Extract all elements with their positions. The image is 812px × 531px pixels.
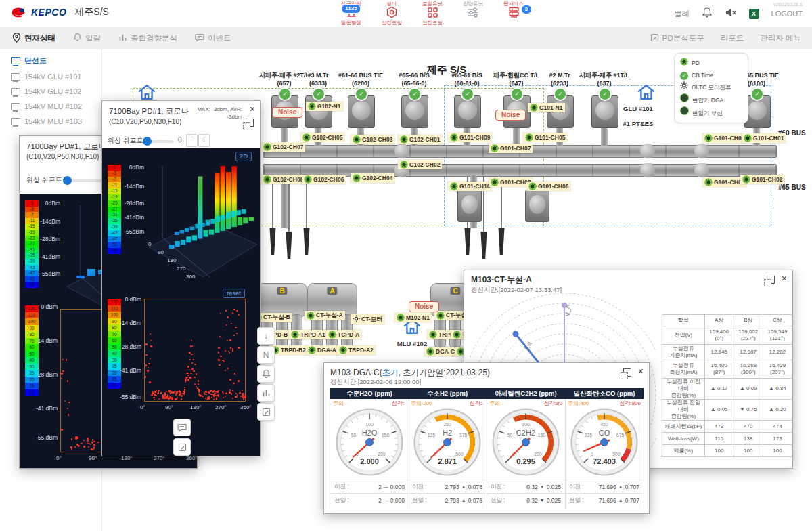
bell-fab[interactable] bbox=[257, 365, 275, 383]
cb-status-icon[interactable]: ✓ bbox=[510, 87, 524, 101]
sidebar-item-154kV MLU #103[interactable]: 154kV MLU #103 bbox=[11, 117, 102, 125]
nav-item-알람[interactable]: 알람 bbox=[73, 33, 101, 43]
channel-G101-CH10[interactable]: G101-CH10 bbox=[448, 182, 492, 191]
channel-G102-CH05[interactable]: G102-CH05 bbox=[300, 133, 344, 142]
edit-fab[interactable] bbox=[173, 438, 191, 456]
pd-sensor-icon[interactable] bbox=[308, 102, 316, 110]
pd-sensor-icon[interactable] bbox=[302, 133, 311, 142]
close-icon[interactable]: × bbox=[250, 104, 255, 114]
tx-TRPD-B2[interactable]: TRPD-B2 bbox=[269, 345, 308, 355]
pd-sensor-icon[interactable] bbox=[704, 178, 713, 186]
channel-G102-CH01[interactable]: G102-CH01 bbox=[398, 135, 442, 144]
pd-sensor-icon[interactable] bbox=[397, 314, 405, 322]
cb-status-icon[interactable]: ✓ bbox=[461, 87, 474, 101]
glu101-home-icon[interactable] bbox=[637, 84, 655, 103]
channel-G101-CH05[interactable]: G101-CH05 bbox=[523, 133, 567, 142]
tx-DGA-A[interactable]: DGA-A bbox=[306, 345, 338, 355]
pd-sensor-icon[interactable] bbox=[263, 143, 271, 151]
cb-status-icon[interactable]: ✓ bbox=[554, 87, 567, 101]
pd-sensor-icon[interactable] bbox=[304, 175, 312, 184]
channel-G101-CH01[interactable]: G101-CH01 bbox=[742, 133, 786, 143]
pd-sensor-icon[interactable] bbox=[436, 312, 445, 320]
pd-sensor-icon[interactable] bbox=[744, 134, 752, 142]
chat-fab[interactable] bbox=[173, 419, 191, 436]
channel-G102-CH08[interactable]: G102-CH08 bbox=[261, 175, 305, 184]
pd-sensor-icon[interactable] bbox=[528, 182, 537, 190]
phase-shift-slider[interactable] bbox=[144, 140, 174, 143]
nav-item-리포트[interactable]: 리포트 bbox=[721, 33, 744, 43]
excel-export-icon[interactable]: X bbox=[749, 9, 759, 19]
channel-G102-CH02[interactable]: G102-CH02 bbox=[398, 160, 442, 169]
pd-sensor-icon[interactable] bbox=[400, 161, 408, 169]
cb-status-icon[interactable]: ✓ bbox=[355, 87, 368, 101]
pd-sensor-icon[interactable] bbox=[450, 182, 458, 190]
pd-sensor-icon[interactable] bbox=[450, 133, 458, 142]
transformer-tank-B[interactable]: B bbox=[257, 283, 307, 317]
channel-G101-CH06[interactable]: G101-CH06 bbox=[526, 182, 570, 191]
popout-icon[interactable] bbox=[767, 276, 775, 284]
status-item-1[interactable]: 설비점검요망 bbox=[376, 1, 407, 26]
pd-sensor-icon[interactable] bbox=[429, 331, 437, 339]
pd-sensor-icon[interactable] bbox=[400, 135, 408, 144]
pd-sensor-icon[interactable] bbox=[263, 175, 271, 184]
note-fab[interactable] bbox=[257, 403, 275, 421]
status-item-3[interactable]: 진단유닛 bbox=[457, 1, 489, 26]
pd-window-front[interactable]: 7100Bay PD#1, 코로나 (C10,V20,P50,N30,F10) … bbox=[102, 100, 261, 456]
nav-item-종합경향분석[interactable]: 종합경향분석 bbox=[118, 33, 177, 43]
phase-minus-button[interactable]: − bbox=[186, 134, 198, 147]
pd-sensor-icon[interactable] bbox=[491, 144, 499, 152]
pd-sensor-icon[interactable] bbox=[328, 331, 336, 339]
channel-G102-CH06[interactable]: G102-CH06 bbox=[302, 175, 346, 184]
dga-window[interactable]: M103-DGA-C(초기, 초기가압일:2021-03-25) 갱신시간:[2… bbox=[323, 362, 650, 514]
cb-status-icon[interactable]: ✓ bbox=[598, 87, 612, 101]
pd-sensor-icon[interactable] bbox=[453, 331, 461, 339]
tx-CT-모터[interactable]: CT-모터 bbox=[351, 314, 384, 324]
status-item-2[interactable]: 로컬유닛점검요망 bbox=[417, 1, 448, 26]
pd-sensor-icon[interactable] bbox=[742, 175, 750, 184]
pd-sensor-icon[interactable] bbox=[353, 135, 361, 144]
nav-item-이벤트[interactable]: 이벤트 bbox=[195, 33, 231, 43]
mute-speaker-icon[interactable] bbox=[725, 7, 737, 20]
channel-G101-CH09[interactable]: G101-CH09 bbox=[448, 133, 492, 142]
nav-item-PD분석도구[interactable]: PD분석도구 bbox=[650, 33, 704, 43]
pd-sensor-icon[interactable] bbox=[704, 134, 713, 142]
trend-fab[interactable] bbox=[257, 384, 275, 402]
pd-sensor-icon[interactable] bbox=[308, 346, 316, 354]
cb-status-icon[interactable]: ✓ bbox=[750, 87, 764, 101]
noise-badge[interactable]: Noise bbox=[495, 110, 526, 121]
channel-G102-CH07[interactable]: G102-CH07 bbox=[261, 142, 305, 152]
channel-G101-CH03[interactable]: G101-CH03 bbox=[702, 133, 746, 143]
pd-sensor-icon[interactable] bbox=[291, 331, 299, 339]
channel-G101-CH07[interactable]: G101-CH07 bbox=[489, 144, 533, 153]
cb-status-icon[interactable]: ✓ bbox=[312, 87, 325, 101]
pd-sensor-icon[interactable] bbox=[530, 104, 538, 112]
n-fab[interactable]: N bbox=[257, 346, 275, 364]
close-icon[interactable]: × bbox=[782, 274, 787, 283]
cb-status-icon[interactable]: ✓ bbox=[278, 87, 292, 101]
sidebar-item-단선도[interactable]: 단선도 bbox=[11, 56, 102, 66]
channel-G102-N1[interactable]: G102-N1 bbox=[306, 102, 343, 111]
download-fab[interactable]: ↓ bbox=[257, 327, 275, 345]
channel-G102-CH04[interactable]: G102-CH04 bbox=[351, 173, 394, 183]
pd-sensor-icon[interactable] bbox=[353, 174, 361, 182]
noise-badge[interactable]: Noise bbox=[272, 107, 302, 118]
lower-breaker[interactable] bbox=[457, 190, 482, 222]
channel-G101-N1[interactable]: G101-N1 bbox=[528, 103, 565, 112]
phase-plus-button[interactable]: + bbox=[198, 134, 210, 147]
pd-sensor-icon[interactable] bbox=[339, 346, 347, 354]
tx-TCPD-A[interactable]: TCPD-A bbox=[326, 330, 361, 339]
lower-breaker[interactable] bbox=[525, 190, 549, 222]
sidebar-item-154kV GLU #101[interactable]: 154kV GLU #101 bbox=[11, 72, 102, 81]
noise-badge[interactable]: Noise bbox=[409, 301, 439, 312]
tx-DGA-C[interactable]: DGA-C bbox=[424, 347, 457, 356]
pd-sensor-icon[interactable] bbox=[680, 58, 688, 66]
nav-item-관리자 메뉴[interactable]: 관리자 메뉴 bbox=[760, 33, 801, 43]
pd-sensor-icon[interactable] bbox=[426, 347, 434, 356]
reset-button[interactable]: reset bbox=[223, 289, 245, 298]
pd-sensor-icon[interactable] bbox=[525, 133, 533, 142]
logout-button[interactable]: LOGOUT bbox=[771, 9, 803, 18]
cb-status-icon[interactable]: ✓ bbox=[408, 87, 422, 101]
pd-sensor-icon[interactable] bbox=[491, 178, 499, 186]
pd-sensor-icon[interactable] bbox=[307, 312, 315, 320]
notification-bell-icon[interactable] bbox=[702, 7, 713, 21]
